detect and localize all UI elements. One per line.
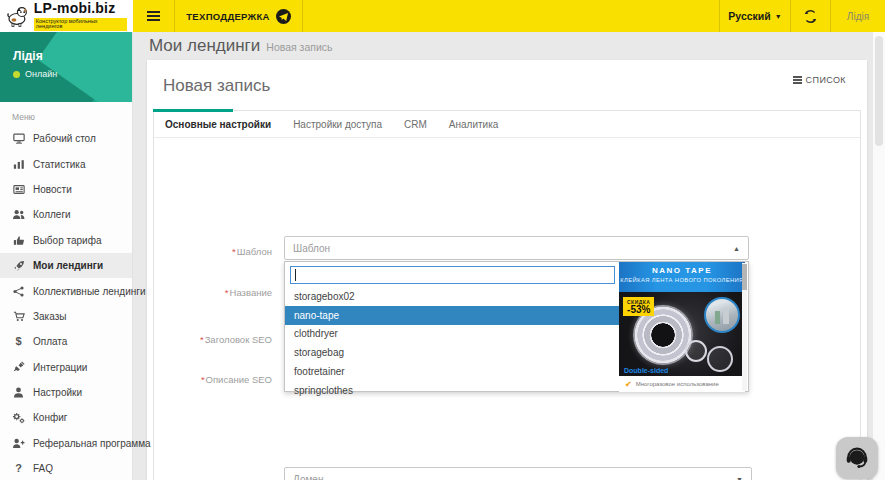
tab-bar: Основные настройки Настройки доступа CRM… <box>154 111 860 138</box>
preview-header: NANO TAPE КЛЕЙКАЯ ЛЕНТА НОВОГО ПОКОЛЕНИЯ <box>619 262 745 292</box>
headset-icon <box>843 444 871 472</box>
sidebar: Лідія Онлайн Меню Рабочий стол Статистик… <box>0 32 133 480</box>
name-label: *Название <box>154 287 272 298</box>
tab-container: Основные настройки Настройки доступа CRM… <box>153 110 861 480</box>
preview-feature-row: ✔ Многоразовое использование <box>619 376 745 392</box>
sidebar-item-collective-landings[interactable]: Коллективные лендинги <box>0 278 132 303</box>
template-dropdown-panel: storagebox02 nano-tape clothdryer storag… <box>284 261 749 392</box>
sidebar-item-tariff[interactable]: Выбор тарифа <box>0 228 132 253</box>
desktop-icon <box>12 132 25 145</box>
check-icon: ✔ <box>625 380 632 389</box>
seo-description-label: *Описание SEO <box>154 374 272 385</box>
bar-chart-icon <box>12 158 25 171</box>
menu-section-label: Меню <box>0 102 132 126</box>
discount-badge: СКИДКА -53% <box>623 297 654 316</box>
sidebar-item-orders[interactable]: Заказы <box>0 304 132 329</box>
refresh-button[interactable] <box>791 0 831 32</box>
topbar: LP-mobi.biz Конструктор мобильных лендин… <box>0 0 885 32</box>
preview-caption: Double-sided <box>624 367 668 374</box>
sidebar-toggle-button[interactable] <box>133 0 175 32</box>
gears-icon <box>12 411 25 424</box>
support-chat-widget[interactable] <box>836 437 878 479</box>
content-card: Новая запись СПИСОК Основные настройки Н… <box>147 60 867 480</box>
question-icon: ? <box>12 462 25 475</box>
rocket-icon <box>12 259 25 272</box>
dropdown-option[interactable]: storagebox02 <box>285 287 619 306</box>
preview-feature-text: Многоразовое использование <box>636 381 719 387</box>
scrollbar-thumb[interactable] <box>875 36 883 146</box>
sidebar-item-config[interactable]: Конфиг <box>0 405 132 430</box>
chevron-down-icon: ▼ <box>736 476 743 480</box>
sidebar-item-faq[interactable]: ? FAQ <box>0 456 132 480</box>
active-tab-indicator <box>153 109 233 112</box>
sidebar-menu: Рабочий стол Статистика Новости Коллеги … <box>0 126 132 480</box>
domain-select[interactable]: Домен ▼ <box>284 467 752 480</box>
support-button[interactable]: ТЕХПОДДЕРЖКА <box>175 0 303 32</box>
card-title: Новая запись <box>163 76 270 96</box>
sidebar-item-statistics[interactable]: Статистика <box>0 151 132 176</box>
sidebar-item-referral[interactable]: Реферальная программа <box>0 431 132 456</box>
topbar-user-menu[interactable]: Лідія <box>831 0 885 32</box>
newspaper-icon <box>12 183 25 196</box>
cart-icon <box>12 310 25 323</box>
dropdown-search-input[interactable] <box>290 266 615 284</box>
user-icon <box>12 386 25 399</box>
telegram-icon <box>276 9 291 24</box>
template-preview-image[interactable]: NANO TAPE КЛЕЙКАЯ ЛЕНТА НОВОГО ПОКОЛЕНИЯ… <box>619 262 745 392</box>
online-status-dot <box>13 71 20 78</box>
preview-product-photo: СКИДКА -53% Double-sided <box>619 292 745 376</box>
thumbs-up-icon <box>12 234 25 247</box>
sidebar-item-news[interactable]: Новости <box>0 177 132 202</box>
users-icon <box>12 208 25 221</box>
dropdown-option-selected[interactable]: nano-tape <box>285 306 619 325</box>
online-status-label: Онлайн <box>25 69 57 79</box>
sidebar-item-my-landings[interactable]: Мои лендинги <box>0 253 132 278</box>
topbar-spacer <box>303 0 719 32</box>
language-selector[interactable]: Русский ▼ <box>719 0 791 32</box>
hamburger-icon <box>147 11 160 13</box>
dropdown-option-list: storagebox02 nano-tape clothdryer storag… <box>285 287 619 400</box>
list-icon <box>793 76 802 84</box>
preview-subtitle: КЛЕЙКАЯ ЛЕНТА НОВОГО ПОКОЛЕНИЯ <box>619 277 745 283</box>
template-label: *Шаблон <box>154 246 272 257</box>
share-icon <box>12 285 25 298</box>
sidebar-item-dashboard[interactable]: Рабочий стол <box>0 126 132 151</box>
dropdown-scrollbar[interactable] <box>742 263 747 391</box>
sidebar-username: Лідія <box>13 49 43 63</box>
tab-crm[interactable]: CRM <box>393 111 438 137</box>
list-button[interactable]: СПИСОК <box>788 72 851 88</box>
user-plus-icon <box>12 437 25 450</box>
sidebar-item-payment[interactable]: $ Оплата <box>0 329 132 354</box>
dropdown-option[interactable]: springclothes <box>285 381 619 400</box>
plug-icon <box>12 361 25 374</box>
dollar-icon: $ <box>12 335 25 348</box>
tab-analytics[interactable]: Аналитика <box>438 111 510 137</box>
dropdown-option[interactable]: clothdryer <box>285 325 619 344</box>
dropdown-option[interactable]: storagebag <box>285 343 619 362</box>
sidebar-item-settings[interactable]: Настройки <box>0 380 132 405</box>
topbar-username: Лідія <box>847 11 869 22</box>
logo-title: LP-mobi.biz <box>34 1 127 15</box>
dropdown-option[interactable]: footretainer <box>285 362 619 381</box>
logo-subtitle: Конструктор мобильных лендингов <box>34 18 127 31</box>
sidebar-user-panel: Лідія Онлайн <box>0 32 132 102</box>
logo[interactable]: LP-mobi.biz Конструктор мобильных лендин… <box>0 0 133 32</box>
seo-title-label: *Заголовок SEO <box>154 334 272 345</box>
page-subtitle: Новая запись <box>266 41 332 53</box>
language-label: Русский <box>728 10 770 22</box>
page-scrollbar[interactable] <box>873 32 885 480</box>
chevron-up-icon: ▲ <box>733 245 740 252</box>
support-label: ТЕХПОДДЕРЖКА <box>186 11 270 22</box>
preview-title: NANO TAPE <box>619 266 745 275</box>
tab-access-settings[interactable]: Настройки доступа <box>282 111 393 137</box>
dog-logo-icon <box>6 5 30 27</box>
tab-main-settings[interactable]: Основные настройки <box>154 111 282 137</box>
breadcrumb: Мои лендингиНовая запись <box>149 36 333 56</box>
template-select[interactable]: Шаблон ▲ <box>284 236 749 260</box>
page-title: Мои лендинги <box>149 36 260 55</box>
sidebar-item-integrations[interactable]: Интеграции <box>0 355 132 380</box>
sidebar-item-colleagues[interactable]: Коллеги <box>0 202 132 227</box>
chevron-down-icon: ▼ <box>775 13 782 20</box>
app-window: LP-mobi.biz Конструктор мобильных лендин… <box>0 0 885 480</box>
preview-inset-photo <box>704 297 740 333</box>
